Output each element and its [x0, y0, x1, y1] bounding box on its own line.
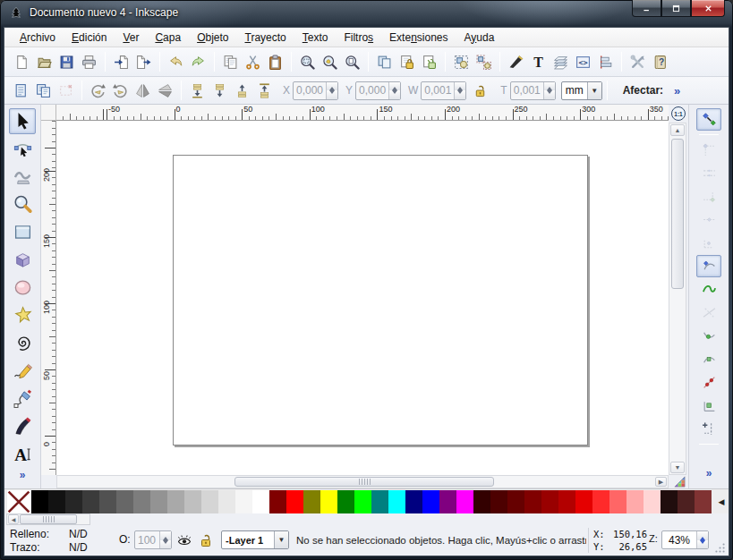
spin-down-button[interactable] [455, 90, 465, 99]
palette-swatch[interactable] [575, 490, 592, 513]
palette-swatch[interactable] [133, 490, 150, 513]
palette-swatch[interactable] [473, 490, 490, 513]
export-button[interactable] [132, 50, 155, 73]
palette-swatch[interactable] [371, 490, 388, 513]
fill-stroke-indicator[interactable]: Relleno:N/D Trazo:N/D [10, 527, 88, 554]
palette-swatch[interactable] [524, 490, 541, 513]
snap-smooth-nodes-button[interactable] [696, 348, 721, 370]
new-document-button[interactable] [11, 50, 33, 73]
scroll-up-button[interactable]: ▲ [670, 124, 685, 136]
palette-swatch[interactable] [592, 490, 609, 513]
palette-swatch[interactable] [320, 490, 337, 513]
rotate-cw-button[interactable] [109, 79, 132, 102]
palette-swatch[interactable] [388, 490, 405, 513]
w-field[interactable]: 0,001 [421, 81, 466, 100]
tweak-tool-button[interactable] [9, 164, 36, 190]
opacity-spinner[interactable]: 100 [134, 530, 172, 549]
snap-bbox-corners-button[interactable] [696, 185, 721, 208]
snap-bbox-button[interactable] [696, 139, 721, 161]
group-button[interactable] [450, 50, 473, 73]
rotate-ccw-button[interactable] [87, 79, 109, 102]
layers-dialog-button[interactable] [550, 50, 572, 73]
palette-scroll-left-button[interactable]: ◀ [8, 514, 19, 524]
menu-item-objeto[interactable]: Objeto [189, 29, 236, 47]
layer-visibility-button[interactable] [175, 530, 194, 549]
save-button[interactable] [55, 50, 78, 73]
text-dialog-button[interactable]: T [527, 50, 550, 73]
select-all-button[interactable] [10, 79, 32, 102]
flip-horizontal-button[interactable] [132, 79, 154, 102]
ungroup-button[interactable] [473, 50, 495, 73]
horizontal-scrollbar[interactable]: ▶ [56, 475, 669, 488]
snap-bbox-edge-midpoints-button[interactable] [696, 208, 721, 231]
spin-down-button[interactable] [389, 90, 400, 99]
clone-button[interactable] [396, 50, 418, 73]
spin-up-button[interactable] [160, 531, 171, 540]
raise-button[interactable] [231, 79, 253, 102]
palette-swatch[interactable] [116, 490, 133, 513]
star-tool-button[interactable] [9, 302, 36, 328]
snap-paths-button[interactable] [696, 278, 721, 301]
layer-dropdown-button[interactable]: ▼ [274, 531, 288, 548]
lower-button[interactable] [209, 79, 231, 102]
units-dropdown-button[interactable]: ▼ [587, 82, 601, 99]
menu-item-capa[interactable]: Capa [147, 29, 189, 47]
unlink-clone-button[interactable] [418, 50, 440, 73]
palette-swatch[interactable] [558, 490, 575, 513]
align-dialog-button[interactable] [594, 50, 617, 73]
rectangle-tool-button[interactable] [9, 219, 36, 245]
toolbar-overflow-button[interactable]: » [674, 84, 680, 98]
palette-swatch[interactable] [65, 490, 82, 513]
vertical-scrollbar-thumb[interactable] [671, 139, 684, 289]
box3d-tool-button[interactable] [9, 247, 36, 273]
palette-swatch[interactable] [422, 490, 439, 513]
snap-nodes-button[interactable] [696, 255, 721, 277]
paste-button[interactable] [264, 50, 286, 73]
copy-button[interactable] [219, 50, 242, 73]
spin-down-button[interactable] [697, 540, 708, 549]
layer-selector[interactable]: -Layer 1 ▼ [221, 530, 289, 549]
spin-down-button[interactable] [160, 540, 171, 549]
palette-swatch[interactable] [82, 490, 99, 513]
pencil-tool-button[interactable] [9, 358, 36, 384]
resize-grip[interactable] [714, 542, 726, 554]
palette-swatch[interactable] [150, 490, 167, 513]
preferences-button[interactable] [626, 50, 649, 73]
snap-page-border-button[interactable] [696, 418, 721, 440]
palette-swatch[interactable] [695, 490, 712, 513]
snap-enable-button[interactable] [696, 108, 721, 131]
spin-up-button[interactable] [389, 82, 400, 91]
palette-swatch[interactable] [507, 490, 524, 513]
palette-swatch[interactable] [286, 490, 303, 513]
palette-swatch[interactable] [252, 490, 269, 513]
xml-editor-button[interactable]: <> [572, 50, 594, 73]
palette-swatch[interactable] [99, 490, 116, 513]
layer-lock-button[interactable] [196, 530, 216, 549]
palette-swatch[interactable] [661, 490, 678, 513]
palette-scrollbar[interactable]: ◀ [6, 513, 90, 525]
palette-swatch[interactable] [201, 490, 218, 513]
palette-swatch[interactable] [354, 490, 371, 513]
text-tool-button[interactable]: A [9, 441, 36, 467]
snap-cusp-nodes-button[interactable] [696, 325, 721, 347]
help-button[interactable]: ? [649, 50, 671, 73]
palette-swatch[interactable] [31, 490, 48, 513]
flip-vertical-button[interactable] [154, 79, 176, 102]
palette-scrollbar-thumb[interactable] [20, 514, 77, 524]
toolbox-overflow-button[interactable]: » [20, 469, 26, 481]
spin-down-button[interactable] [327, 90, 337, 99]
spin-up-button[interactable] [544, 82, 555, 91]
zoom-1-1-button[interactable]: 1:1 [669, 105, 688, 123]
canvas[interactable] [56, 121, 669, 475]
vertical-scrollbar[interactable]: ▲ ▼ [669, 123, 686, 475]
palette-swatch[interactable] [303, 490, 320, 513]
titlebar[interactable]: Documento nuevo 4 - Inkscape [0, 0, 733, 27]
open-button[interactable] [33, 50, 55, 73]
spin-up-button[interactable] [327, 82, 337, 91]
zoom-drawing-button[interactable] [319, 50, 341, 73]
snap-bbox-edges-button[interactable] [696, 162, 721, 184]
palette-swatch[interactable] [167, 490, 184, 513]
palette-swatch[interactable] [609, 490, 626, 513]
scroll-right-button[interactable]: ▶ [655, 477, 667, 487]
ellipse-tool-button[interactable] [9, 275, 36, 301]
